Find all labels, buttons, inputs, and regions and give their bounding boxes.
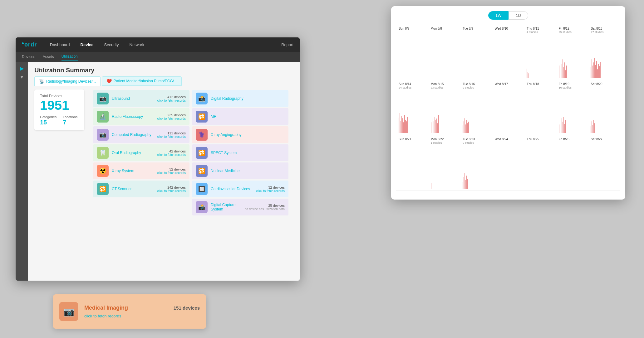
ct-scanner-fetch[interactable]: click to fetch records bbox=[155, 189, 186, 193]
radio-fluoro-icon: 🔬 bbox=[97, 111, 109, 123]
chart-bar bbox=[407, 117, 408, 133]
radio-fluoro-fetch[interactable]: click to fetch records bbox=[155, 117, 186, 120]
cardiovascular-right: 32 devices click to fetch records bbox=[253, 186, 285, 193]
chart-bar bbox=[466, 120, 467, 133]
chart-bar bbox=[559, 124, 559, 133]
computed-rad-fetch[interactable]: click to fetch records bbox=[155, 135, 186, 138]
chart-bars bbox=[591, 141, 618, 189]
chart-bar bbox=[436, 118, 437, 133]
device-mri[interactable]: 🔁 MRI bbox=[192, 108, 288, 125]
chart-bar bbox=[438, 115, 439, 133]
dashboard-window: ordr Dashboard Device Security Network R… bbox=[16, 37, 300, 281]
chart-tab-1d[interactable]: 1D bbox=[509, 11, 528, 20]
medical-imaging-count: 151 devices bbox=[174, 305, 200, 311]
chart-bar bbox=[565, 120, 566, 133]
chart-bar bbox=[402, 118, 403, 133]
categories-stat: Categories 15 bbox=[40, 115, 57, 126]
nav-device[interactable]: Device bbox=[80, 41, 94, 48]
chart-day-label: Fri 8/19 bbox=[559, 82, 586, 86]
oral-rad-fetch[interactable]: click to fetch records bbox=[155, 153, 186, 157]
chart-bar bbox=[592, 59, 592, 78]
chart-bars bbox=[399, 89, 425, 133]
medical-imaging-fetch[interactable]: click to fetch records bbox=[84, 314, 200, 318]
chart-bar bbox=[561, 69, 561, 78]
sidebar-expand-icon[interactable]: ▶ bbox=[20, 65, 24, 71]
ultrasound-fetch[interactable]: click to fetch records bbox=[155, 99, 186, 102]
chart-studies-label: 1 studies bbox=[431, 141, 458, 144]
chart-cell-wed-8-10: Wed 8/10 bbox=[492, 25, 524, 80]
chart-bar bbox=[599, 66, 600, 78]
logo: ordr bbox=[22, 41, 37, 48]
device-nuclear-medicine[interactable]: 🔁 Nuclear Medicine bbox=[192, 162, 288, 179]
cardiovascular-fetch[interactable]: click to fetch records bbox=[253, 189, 285, 193]
chart-day-label: Wed 8/24 bbox=[495, 137, 522, 141]
chart-bar bbox=[435, 120, 436, 133]
sub-nav-assets[interactable]: Assets bbox=[43, 53, 54, 60]
medical-imaging-popup[interactable]: 📷 Medical Imaging 151 devices click to f… bbox=[53, 294, 206, 329]
tab-radiology[interactable]: 📡 Radiology/Imaging Devices/... bbox=[34, 76, 101, 86]
chart-bar bbox=[465, 173, 465, 189]
digital-capture-icon: 📸 bbox=[196, 201, 208, 213]
chart-bar bbox=[594, 58, 595, 78]
device-ultrasound[interactable]: 📷 Ultrasound 412 devices click to fetch … bbox=[93, 90, 189, 107]
chart-bar bbox=[528, 72, 528, 78]
radio-fluoro-name: Radio Fluoroscopy bbox=[112, 114, 151, 119]
chart-day-label: Sat 8/27 bbox=[591, 137, 618, 141]
mri-icon: 🔁 bbox=[196, 111, 208, 123]
nav-network[interactable]: Network bbox=[129, 41, 145, 48]
chart-cell-tue-8-23: Tue 8/23 9 studies bbox=[460, 135, 492, 191]
chart-tab-1w[interactable]: 1W bbox=[488, 11, 509, 20]
chart-studies-label: 23 studies bbox=[431, 86, 458, 89]
categories-label: Categories bbox=[40, 115, 57, 119]
device-xray-angiography[interactable]: ⚕️ X-ray Angiography bbox=[192, 126, 288, 143]
nuclear-name: Nuclear Medicine bbox=[211, 169, 285, 173]
xray-angio-info: X-ray Angiography bbox=[211, 133, 285, 137]
chart-bar bbox=[591, 126, 591, 133]
spect-info: SPECT System bbox=[211, 151, 285, 155]
chart-bars bbox=[431, 31, 458, 78]
ultrasound-count: 412 devices bbox=[155, 95, 186, 99]
device-computed-radiography[interactable]: 📷 Computed Radiography 111 devices click… bbox=[93, 126, 189, 143]
total-devices-value: 1951 bbox=[40, 98, 79, 113]
nav-dashboard[interactable]: Dashboard bbox=[49, 41, 71, 48]
chart-bar bbox=[593, 120, 594, 133]
xray-system-fetch[interactable]: click to fetch records bbox=[155, 171, 186, 175]
locations-stat: Locations 7 bbox=[63, 115, 77, 126]
chart-cell-fri-8-26: Fri 8/26 bbox=[556, 135, 588, 191]
chart-bar bbox=[406, 121, 407, 133]
chart-cell-sat-8-13: Sat 8/13 27 studies bbox=[588, 25, 620, 80]
chart-bar bbox=[432, 118, 432, 133]
sub-nav: Devices Assets Utilization bbox=[16, 52, 300, 62]
computed-rad-info: Computed Radiography bbox=[112, 133, 151, 137]
device-oral-radiography[interactable]: 🦷 Oral Radiography 42 devices click to f… bbox=[93, 144, 189, 161]
xray-angio-name: X-ray Angiography bbox=[211, 133, 285, 137]
ultrasound-name: Ultrasound bbox=[112, 96, 151, 101]
sub-nav-utilization[interactable]: Utilization bbox=[61, 53, 78, 60]
device-cardiovascular[interactable]: 🔲 Cardiovascular Devices 32 devices clic… bbox=[192, 181, 288, 197]
page-title: Utilization Summary bbox=[28, 62, 300, 76]
chart-bars bbox=[495, 31, 522, 78]
chart-bar bbox=[566, 65, 567, 78]
chart-bars bbox=[527, 141, 553, 189]
sub-nav-devices[interactable]: Devices bbox=[22, 53, 35, 60]
device-spect-system[interactable]: 🔁 SPECT System bbox=[192, 144, 288, 161]
chart-bar bbox=[564, 62, 565, 78]
xray-system-info: X-ray System bbox=[112, 169, 151, 173]
device-digital-capture[interactable]: 📸 Digital Capture System 25 devices no d… bbox=[192, 199, 288, 215]
sidebar-filter-icon[interactable]: ▼ bbox=[20, 75, 24, 80]
oral-rad-icon: 🦷 bbox=[97, 147, 109, 159]
chart-window: 1W 1D Sun 8/7 Mon 8/8 Tue 8/9 Wed 8/10 T… bbox=[391, 6, 625, 200]
digital-capture-name: Digital Capture System bbox=[211, 203, 242, 211]
xray-system-count: 32 devices bbox=[155, 167, 186, 171]
device-digital-radiography[interactable]: 📸 Digital Radiography bbox=[192, 90, 288, 107]
radio-fluoro-count: 235 devices bbox=[155, 113, 186, 117]
device-ct-scanner[interactable]: 🔁 CT Scanner 242 devices click to fetch … bbox=[93, 181, 189, 197]
chart-bars bbox=[463, 144, 489, 189]
device-xray-system[interactable]: ☢️ X-ray System 32 devices click to fetc… bbox=[93, 162, 189, 179]
nav-security[interactable]: Security bbox=[104, 41, 120, 48]
chart-day-label: Sun 8/7 bbox=[399, 27, 425, 31]
device-radio-fluoroscopy[interactable]: 🔬 Radio Fluoroscopy 235 devices click to… bbox=[93, 108, 189, 125]
tab-patient-monitor[interactable]: ❤️ Patient Monitor/Infusion Pump/ECG/... bbox=[102, 76, 182, 86]
device-grid: 📷 Ultrasound 412 devices click to fetch … bbox=[88, 89, 293, 216]
chart-bar bbox=[565, 70, 566, 78]
